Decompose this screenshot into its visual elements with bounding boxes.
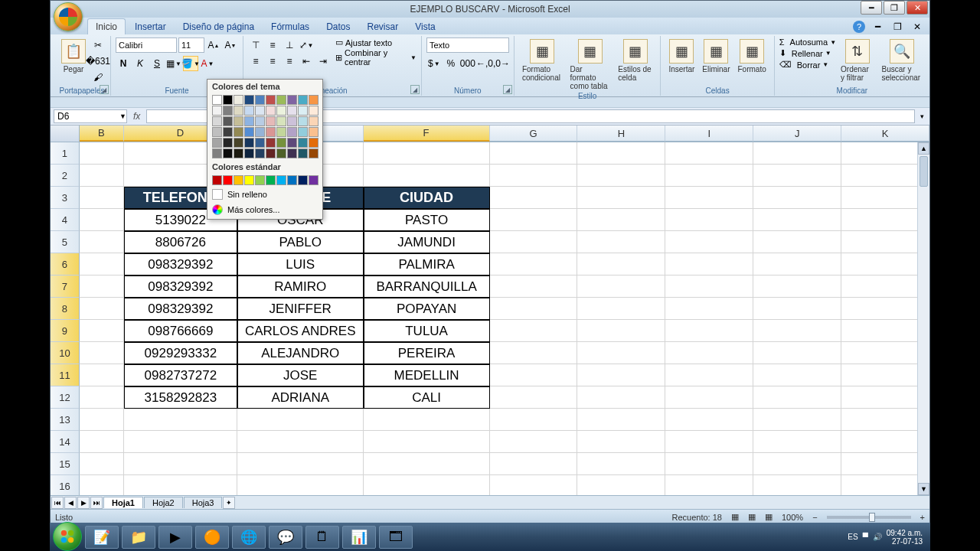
cell-D8[interactable]: 098329392 bbox=[124, 298, 237, 320]
align-left-button[interactable]: ≡ bbox=[248, 54, 263, 69]
no-fill-item[interactable]: Sin relleno bbox=[207, 187, 322, 202]
cell-I4[interactable] bbox=[665, 209, 753, 231]
format-cells-button[interactable]: ▦Formato bbox=[734, 37, 769, 75]
cell-G13[interactable] bbox=[490, 409, 578, 431]
fx-icon[interactable]: fx bbox=[130, 111, 143, 122]
theme-swatch[interactable] bbox=[287, 116, 297, 126]
cell-F10[interactable]: PEREIRA bbox=[364, 342, 490, 364]
cell-F1[interactable] bbox=[364, 142, 490, 165]
sheet-tab-hoja1[interactable]: Hoja1 bbox=[103, 497, 143, 508]
cell-K12[interactable] bbox=[841, 386, 929, 409]
sheet-nav-prev[interactable]: ◀ bbox=[64, 497, 77, 509]
cell-I14[interactable] bbox=[665, 431, 753, 453]
number-launcher[interactable]: ◢ bbox=[503, 85, 512, 94]
help-icon[interactable]: ? bbox=[853, 21, 865, 33]
theme-swatch[interactable] bbox=[255, 95, 265, 105]
cell-B1[interactable] bbox=[80, 142, 124, 165]
cell-G2[interactable] bbox=[490, 165, 578, 187]
cell-H6[interactable] bbox=[577, 253, 665, 276]
theme-swatch[interactable] bbox=[212, 138, 222, 148]
row-header-9[interactable]: 9 bbox=[51, 320, 80, 342]
cell-B6[interactable] bbox=[80, 253, 124, 276]
tab-inicio[interactable]: Inicio bbox=[87, 18, 126, 34]
cell-D13[interactable] bbox=[124, 409, 237, 431]
theme-swatch[interactable] bbox=[298, 148, 308, 158]
tab-revisar[interactable]: Revisar bbox=[359, 19, 406, 34]
cell-K14[interactable] bbox=[841, 431, 929, 453]
cell-G9[interactable] bbox=[490, 320, 578, 342]
clipboard-launcher[interactable]: ◢ bbox=[100, 85, 109, 94]
cell-E7[interactable]: RAMIRO bbox=[237, 276, 364, 298]
cell-G14[interactable] bbox=[490, 431, 578, 453]
theme-swatch[interactable] bbox=[298, 116, 308, 126]
border-button[interactable]: ▦▼ bbox=[166, 56, 181, 71]
row-header-2[interactable]: 2 bbox=[51, 165, 80, 187]
fill-color-button[interactable]: 🪣▼ bbox=[183, 56, 198, 71]
theme-swatch[interactable] bbox=[309, 148, 318, 158]
theme-swatch[interactable] bbox=[298, 138, 308, 148]
cell-H1[interactable] bbox=[577, 142, 665, 165]
tab-vista[interactable]: Vista bbox=[407, 19, 443, 34]
row-header-7[interactable]: 7 bbox=[51, 276, 80, 298]
cell-J13[interactable] bbox=[753, 409, 841, 431]
cell-H7[interactable] bbox=[577, 276, 665, 298]
row-header-12[interactable]: 12 bbox=[51, 386, 80, 409]
cell-F12[interactable]: CALI bbox=[364, 386, 490, 409]
zoom-level[interactable]: 100% bbox=[782, 513, 803, 522]
cell-K13[interactable] bbox=[841, 409, 929, 431]
cell-J4[interactable] bbox=[753, 209, 841, 231]
align-top-button[interactable]: ⊤ bbox=[248, 37, 263, 53]
cell-G5[interactable] bbox=[490, 231, 578, 253]
standard-swatch[interactable] bbox=[244, 175, 254, 185]
cell-G3[interactable] bbox=[490, 187, 578, 209]
cell-J14[interactable] bbox=[753, 431, 841, 453]
row-header-15[interactable]: 15 bbox=[51, 453, 80, 475]
column-header-J[interactable]: J bbox=[753, 126, 841, 142]
row-header-11[interactable]: 11 bbox=[51, 364, 80, 386]
column-header-H[interactable]: H bbox=[577, 126, 665, 142]
cell-F11[interactable]: MEDELLIN bbox=[364, 364, 490, 386]
format-painter-button[interactable]: 🖌 bbox=[90, 70, 106, 85]
cell-F5[interactable]: JAMUNDI bbox=[364, 231, 490, 253]
cell-G7[interactable] bbox=[490, 276, 578, 298]
align-middle-button[interactable]: ≡ bbox=[265, 37, 280, 53]
select-all-corner[interactable] bbox=[51, 126, 80, 142]
cell-H11[interactable] bbox=[577, 364, 665, 386]
taskbar-excel[interactable]: 📊 bbox=[342, 526, 376, 549]
cell-E13[interactable] bbox=[237, 409, 364, 431]
paste-button[interactable]: 📋 Pegar bbox=[58, 37, 89, 75]
cell-E10[interactable]: ALEJANDRO bbox=[237, 342, 364, 364]
tab-insertar[interactable]: Insertar bbox=[127, 19, 174, 34]
cell-D6[interactable]: 098329392 bbox=[124, 253, 237, 276]
theme-swatch[interactable] bbox=[244, 127, 254, 137]
view-layout-button[interactable]: ▦ bbox=[748, 512, 756, 522]
theme-swatch[interactable] bbox=[234, 138, 243, 148]
indent-increase-button[interactable]: ⇥ bbox=[315, 54, 331, 69]
theme-swatch[interactable] bbox=[212, 127, 222, 137]
cell-E6[interactable]: LUIS bbox=[237, 253, 364, 276]
cell-H3[interactable] bbox=[577, 187, 665, 209]
zoom-in-button[interactable]: + bbox=[920, 513, 925, 522]
tray-volume-icon[interactable]: 🔊 bbox=[873, 533, 882, 541]
row-header-5[interactable]: 5 bbox=[51, 231, 80, 253]
align-bottom-button[interactable]: ⊥ bbox=[282, 37, 297, 53]
cell-H4[interactable] bbox=[577, 209, 665, 231]
cell-H9[interactable] bbox=[577, 320, 665, 342]
copy-button[interactable]: �631 bbox=[90, 54, 106, 69]
theme-swatch[interactable] bbox=[255, 106, 265, 116]
row-header-3[interactable]: 3 bbox=[51, 187, 80, 209]
cell-styles-button[interactable]: ▦Estilos de celda bbox=[615, 37, 655, 83]
theme-swatch[interactable] bbox=[266, 127, 276, 137]
theme-swatch[interactable] bbox=[234, 127, 243, 137]
cell-E12[interactable]: ADRIANA bbox=[237, 386, 364, 409]
theme-swatch[interactable] bbox=[276, 148, 286, 158]
cell-H13[interactable] bbox=[577, 409, 665, 431]
row-header-6[interactable]: 6 bbox=[51, 253, 80, 276]
cell-G8[interactable] bbox=[490, 298, 578, 320]
cell-J6[interactable] bbox=[753, 253, 841, 276]
row-header-16[interactable]: 16 bbox=[51, 475, 80, 495]
view-pagebreak-button[interactable]: ▦ bbox=[765, 512, 773, 522]
taskbar-explorer[interactable]: 📁 bbox=[122, 526, 155, 549]
cell-B8[interactable] bbox=[80, 298, 124, 320]
theme-swatch[interactable] bbox=[244, 116, 254, 126]
